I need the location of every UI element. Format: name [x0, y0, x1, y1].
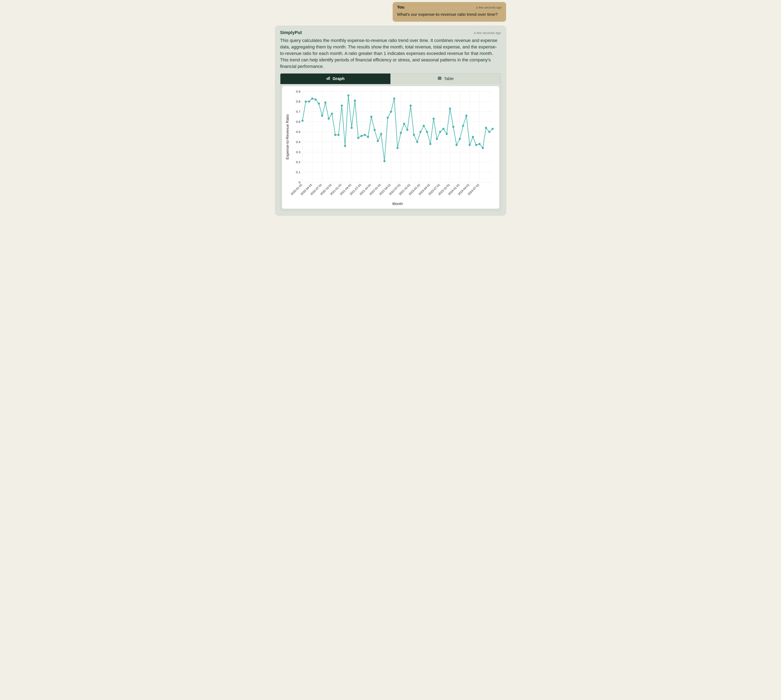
svg-point-54 — [324, 102, 326, 103]
svg-point-100 — [475, 144, 477, 146]
assistant-timestamp: a few seconds ago — [474, 31, 501, 35]
svg-text:0.8: 0.8 — [296, 100, 300, 103]
svg-point-59 — [341, 105, 343, 107]
svg-text:Month: Month — [392, 202, 403, 206]
svg-point-81 — [413, 134, 415, 136]
svg-point-71 — [380, 133, 382, 135]
tab-table-label: Table — [444, 77, 454, 81]
svg-rect-2 — [329, 77, 330, 80]
svg-text:0.6: 0.6 — [296, 120, 300, 123]
svg-rect-1 — [328, 78, 328, 80]
svg-point-99 — [472, 136, 474, 138]
svg-point-69 — [374, 129, 375, 131]
svg-point-103 — [485, 127, 487, 129]
tab-table[interactable]: Table — [390, 73, 501, 84]
svg-text:0.1: 0.1 — [296, 170, 300, 174]
svg-point-63 — [354, 100, 356, 102]
svg-point-93 — [452, 126, 454, 128]
svg-point-60 — [344, 145, 346, 147]
svg-point-83 — [420, 131, 421, 133]
svg-point-55 — [328, 118, 330, 120]
svg-point-76 — [396, 147, 398, 149]
svg-point-98 — [469, 144, 470, 146]
svg-point-87 — [433, 118, 435, 120]
svg-point-56 — [331, 113, 333, 115]
svg-point-48 — [305, 101, 306, 103]
svg-point-74 — [390, 111, 392, 113]
svg-point-61 — [348, 95, 349, 97]
svg-rect-3 — [438, 77, 441, 80]
svg-point-92 — [449, 108, 451, 110]
user-timestamp: a few seconds ago — [476, 6, 501, 9]
svg-text:0.7: 0.7 — [296, 110, 300, 113]
svg-point-73 — [387, 117, 388, 118]
svg-point-67 — [367, 136, 369, 138]
svg-point-91 — [446, 133, 448, 135]
svg-point-104 — [488, 131, 490, 133]
chart-container: 00.10.20.30.40.50.60.70.80.92020-01-0120… — [282, 86, 499, 209]
bar-chart-icon — [326, 76, 330, 81]
svg-point-49 — [308, 101, 310, 103]
svg-point-79 — [406, 129, 408, 131]
svg-point-97 — [465, 115, 467, 117]
svg-text:0.2: 0.2 — [296, 160, 300, 164]
svg-text:Expense-to-Revenue Ratio: Expense-to-Revenue Ratio — [285, 114, 289, 160]
assistant-author: SimplyPut — [280, 30, 302, 35]
svg-point-101 — [478, 143, 480, 145]
svg-point-47 — [301, 120, 303, 122]
svg-point-95 — [459, 138, 461, 140]
svg-point-88 — [436, 138, 438, 140]
user-message-bubble: You a few seconds ago What's our expense… — [393, 2, 506, 22]
svg-text:0.3: 0.3 — [296, 150, 300, 153]
svg-point-78 — [403, 123, 405, 125]
svg-point-62 — [351, 127, 353, 129]
svg-point-94 — [456, 144, 458, 146]
svg-point-72 — [383, 160, 385, 162]
svg-point-85 — [426, 131, 428, 133]
svg-text:0.5: 0.5 — [296, 130, 300, 133]
assistant-description: This query calculates the monthly expens… — [280, 37, 501, 70]
svg-point-86 — [429, 143, 431, 145]
user-message-text: What's our expense-to-revenue ratio tren… — [397, 12, 501, 17]
svg-point-68 — [370, 116, 372, 118]
svg-point-96 — [462, 125, 464, 127]
user-author: You — [397, 5, 405, 10]
svg-point-77 — [400, 132, 402, 134]
svg-point-102 — [482, 147, 484, 149]
svg-text:0.9: 0.9 — [296, 90, 300, 93]
svg-point-52 — [318, 103, 320, 105]
tabs-row: Graph Table — [280, 73, 501, 84]
svg-text:0.4: 0.4 — [296, 140, 300, 143]
svg-point-84 — [423, 125, 425, 127]
assistant-card: SimplyPut a few seconds ago This query c… — [275, 26, 506, 215]
svg-point-90 — [443, 128, 444, 130]
svg-point-66 — [364, 134, 366, 136]
tab-graph-label: Graph — [333, 77, 345, 81]
svg-point-50 — [311, 98, 313, 100]
svg-point-64 — [357, 137, 359, 139]
svg-point-82 — [416, 141, 418, 143]
svg-point-51 — [315, 99, 316, 100]
svg-point-70 — [377, 140, 379, 142]
svg-point-89 — [439, 131, 441, 133]
svg-point-75 — [393, 98, 395, 100]
svg-rect-0 — [326, 78, 327, 80]
svg-point-53 — [321, 115, 323, 117]
user-message-row: You a few seconds ago What's our expense… — [275, 2, 506, 22]
svg-point-65 — [360, 135, 362, 137]
svg-point-80 — [410, 105, 411, 107]
svg-point-105 — [492, 128, 493, 130]
svg-point-58 — [338, 134, 339, 136]
tab-graph[interactable]: Graph — [280, 73, 391, 84]
line-chart: 00.10.20.30.40.50.60.70.80.92020-01-0120… — [284, 89, 496, 206]
result-frame: Graph Table 00.10 — [280, 73, 501, 210]
svg-point-57 — [334, 134, 336, 136]
table-icon — [438, 76, 442, 81]
